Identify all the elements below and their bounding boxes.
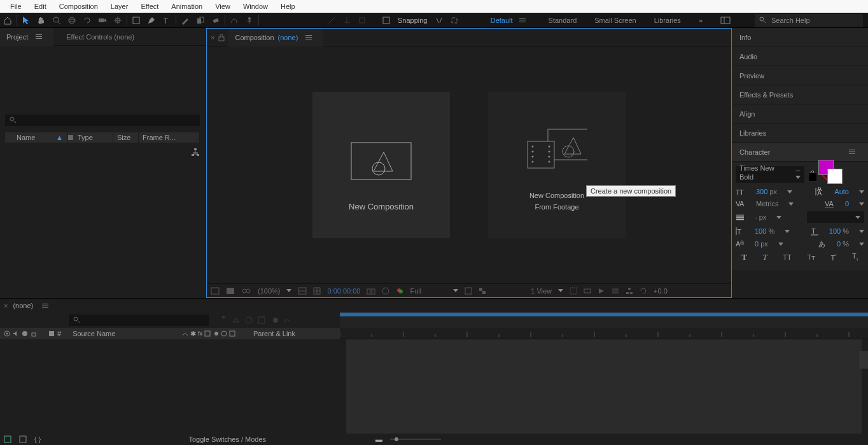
toggle-alpha-icon[interactable]	[211, 287, 220, 295]
footer-brackets-icon[interactable]: { }	[34, 435, 41, 443]
camera-tool-icon[interactable]	[95, 13, 110, 28]
puppet-tool-icon[interactable]	[242, 13, 257, 28]
hide-shy-icon[interactable]	[244, 316, 253, 325]
home-icon[interactable]	[0, 13, 15, 28]
workspace-small-screen[interactable]: Small Screen	[594, 17, 636, 24]
timecode[interactable]: 0:00:00:00	[327, 287, 360, 295]
character-menu-icon[interactable]	[849, 150, 860, 154]
rotation-tool-icon[interactable]	[80, 13, 95, 28]
parent-col[interactable]: Parent & Link	[253, 330, 295, 337]
toggle-switches-modes[interactable]: Toggle Switches / Modes	[188, 435, 266, 443]
snapping-checkbox[interactable]	[379, 13, 394, 28]
menu-window[interactable]: Window	[237, 0, 274, 13]
pen-tool-icon[interactable]	[144, 13, 159, 28]
flowchart-icon[interactable]	[191, 148, 200, 157]
comp-mini-flowchart-icon[interactable]	[219, 316, 228, 325]
fast-preview-icon[interactable]	[598, 287, 605, 295]
new-composition-card[interactable]: New Composition	[312, 92, 450, 238]
solo-toggle-icon[interactable]	[22, 330, 28, 337]
motion-blur-icon[interactable]	[270, 316, 279, 325]
vscale-dropdown-icon[interactable]	[785, 230, 790, 233]
tsume-value[interactable]: 0 %	[837, 240, 849, 248]
tracking-value[interactable]: 0	[845, 200, 849, 208]
stroke-color-swatch[interactable]	[827, 169, 843, 184]
panel-snap-handle[interactable]	[859, 351, 868, 369]
hscale-dropdown-icon[interactable]	[859, 230, 864, 233]
superscript-icon[interactable]: T¹	[830, 253, 836, 262]
panel-info[interactable]: Info	[732, 28, 868, 47]
kerning-value[interactable]: Metrics	[756, 200, 778, 208]
pixel-aspect-icon[interactable]	[584, 287, 591, 295]
timeline-close-icon[interactable]: ×	[4, 302, 8, 309]
small-caps-icon[interactable]: Tᴛ	[807, 253, 815, 262]
vscale-value[interactable]: 100 %	[755, 227, 774, 235]
toggle-mask-icon[interactable]	[226, 287, 235, 295]
workspace-reset-icon[interactable]	[720, 17, 731, 24]
panel-audio[interactable]: Audio	[732, 47, 868, 66]
col-frame-rate[interactable]: Frame R...	[139, 132, 200, 143]
anchor-tool-icon[interactable]	[110, 13, 125, 28]
timeline-tab-menu-icon[interactable]	[42, 304, 53, 308]
composition-tab[interactable]: Composition (none)	[228, 29, 323, 46]
stroke-width-value[interactable]: - px	[755, 213, 766, 221]
flowchart-view-icon[interactable]	[626, 287, 633, 295]
font-size-dropdown-icon[interactable]	[787, 190, 792, 194]
hscale-value[interactable]: 100 %	[829, 227, 849, 235]
menu-help[interactable]: Help	[274, 0, 302, 13]
timeline-ruler[interactable]	[340, 313, 868, 328]
workspace-standard[interactable]: Standard	[549, 17, 577, 24]
local-axis-icon[interactable]	[324, 13, 339, 28]
menu-animation[interactable]: Animation	[165, 0, 209, 13]
panel-libraries[interactable]: Libraries	[732, 124, 868, 143]
view-dropdown-icon[interactable]	[558, 289, 563, 292]
hand-tool-icon[interactable]	[34, 13, 49, 28]
color-swatches[interactable]	[818, 160, 843, 184]
panel-align[interactable]: Align	[732, 104, 868, 124]
project-search-input[interactable]	[5, 115, 200, 126]
text-tool-icon[interactable]: T	[159, 13, 174, 28]
orbit-tool-icon[interactable]	[64, 13, 80, 28]
kerning-dropdown-icon[interactable]	[788, 202, 794, 206]
menu-view[interactable]: View	[209, 0, 237, 13]
frame-blend-icon[interactable]	[257, 316, 266, 325]
clone-tool-icon[interactable]	[193, 13, 208, 28]
shape-tool-icon[interactable]	[129, 13, 144, 28]
workspace-default-menu[interactable]	[519, 18, 531, 22]
footer-expand-icon[interactable]	[4, 435, 11, 443]
snap-align-icon[interactable]	[447, 13, 462, 28]
res-half-icon[interactable]	[298, 287, 307, 295]
selection-tool-icon[interactable]	[18, 13, 34, 28]
snap-magnet-icon[interactable]	[431, 13, 447, 28]
new-comp-from-footage-card[interactable]: New CompositionFrom Footage	[488, 92, 626, 238]
eraser-tool-icon[interactable]	[208, 13, 223, 28]
hash-col[interactable]: #	[57, 330, 61, 337]
baseline-dropdown-icon[interactable]	[778, 243, 783, 246]
stroke-dropdown-icon[interactable]	[776, 216, 781, 219]
audio-toggle-icon[interactable]	[13, 330, 19, 337]
tracking-dropdown-icon[interactable]	[859, 202, 864, 206]
effect-controls-tab[interactable]: Effect Controls (none)	[66, 33, 134, 41]
timeline-work-area[interactable]	[340, 313, 868, 316]
col-size[interactable]: Size	[113, 132, 139, 143]
zoom-out-icon[interactable]: ▬	[375, 435, 382, 443]
workspace-default[interactable]: Default	[491, 17, 513, 24]
timeline-tab[interactable]: (none)	[13, 302, 33, 309]
av-toggle-icon[interactable]	[4, 330, 10, 337]
lock-icon[interactable]	[218, 34, 225, 41]
grid-icon[interactable]	[313, 287, 321, 295]
lock-toggle-icon[interactable]	[31, 330, 37, 337]
menu-edit[interactable]: Edit	[28, 0, 53, 13]
transparency-icon[interactable]	[479, 287, 486, 295]
snapshot-icon[interactable]	[367, 287, 375, 295]
project-tab-menu-icon[interactable]	[36, 34, 47, 39]
timeline-icon[interactable]	[612, 287, 619, 295]
source-name-col[interactable]: Source Name	[73, 330, 115, 337]
timeline-search-input[interactable]	[69, 314, 209, 326]
exposure-value[interactable]: +0.0	[654, 287, 668, 295]
panel-character[interactable]: Character	[732, 143, 868, 162]
leading-value[interactable]: Auto	[834, 188, 849, 195]
font-size-value[interactable]: 300 px	[756, 188, 777, 195]
graph-editor-icon[interactable]	[283, 316, 291, 325]
tsume-dropdown-icon[interactable]	[859, 243, 864, 246]
zoom-slider[interactable]	[390, 437, 441, 442]
